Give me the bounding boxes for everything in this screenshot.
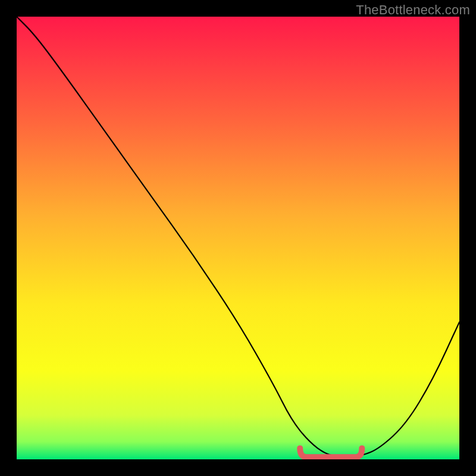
plot-background: [17, 17, 459, 459]
watermark-text: TheBottleneck.com: [356, 2, 470, 18]
bottleneck-plot: [17, 17, 459, 459]
chart-frame: TheBottleneck.com: [0, 0, 476, 476]
